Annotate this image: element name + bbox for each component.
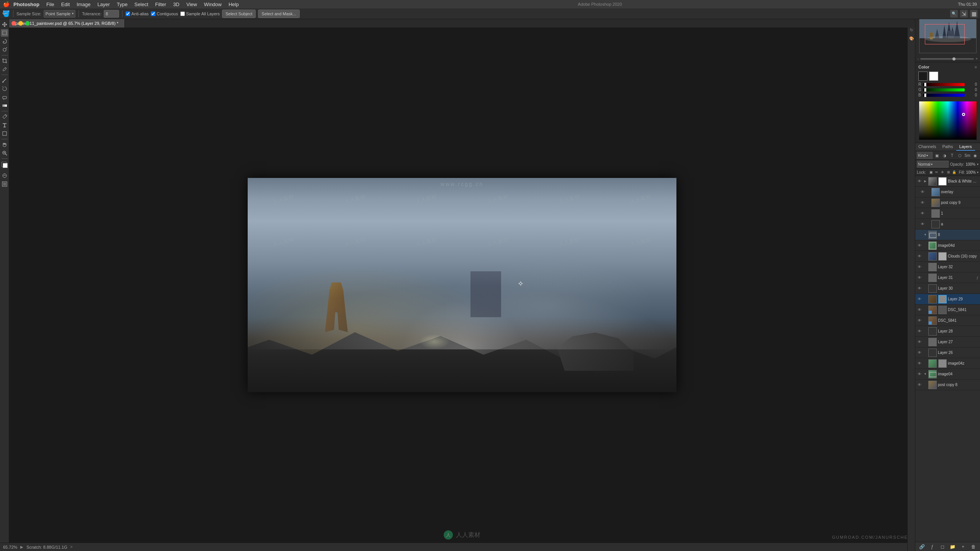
pen-tool[interactable] xyxy=(1,113,8,121)
layer-visibility-icon[interactable]: 👁 xyxy=(917,361,922,366)
eraser-tool[interactable] xyxy=(1,93,8,101)
layer-item[interactable]: 👁 ▼ image04 xyxy=(915,369,980,380)
filter-type-icon[interactable]: T xyxy=(949,152,956,159)
add-style-button[interactable]: ƒ xyxy=(929,543,936,550)
filter-shape-icon[interactable]: ⬡ xyxy=(956,152,963,159)
layer-visibility-icon[interactable]: 👁 xyxy=(917,254,922,259)
tolerance-input[interactable] xyxy=(104,10,119,18)
zoom-out-icon[interactable]: - xyxy=(918,57,919,61)
contiguous-group[interactable]: Contiguous xyxy=(151,11,178,16)
layer-item[interactable]: 👁 ▶ Black & White 1 copy 3 xyxy=(915,176,980,187)
layer-visibility-icon[interactable]: 👁 xyxy=(917,329,922,334)
type-tool[interactable] xyxy=(1,121,8,129)
opacity-value[interactable]: 100% xyxy=(965,162,975,166)
menu-type[interactable]: Type xyxy=(114,1,131,8)
filter-adjustment-icon[interactable]: ◑ xyxy=(941,152,948,159)
layer-item[interactable]: 👁 Layer 27 xyxy=(915,337,980,347)
move-tool[interactable] xyxy=(1,21,8,28)
layer-item[interactable]: 👁 post copy 9 xyxy=(915,197,980,208)
lock-paint-icon[interactable]: ✏ xyxy=(934,170,939,175)
new-group-button[interactable]: 📁 xyxy=(949,543,956,550)
layer-item[interactable]: 👁 Layer 30 xyxy=(915,283,980,294)
layer-item[interactable]: 👁 Clouds (16) copy xyxy=(915,251,980,262)
artwork-canvas[interactable]: www.rcgg.cn 人人素材 人人素材 人人素材 人人素材 人人素材 人人素… xyxy=(248,178,676,392)
layer-expand-icon[interactable]: ▶ xyxy=(923,179,927,183)
menu-view[interactable]: View xyxy=(183,1,200,8)
color-background[interactable] xyxy=(929,72,938,81)
layer-visibility-icon[interactable]: 👁 xyxy=(917,297,922,302)
layer-visibility-icon[interactable]: 👁 xyxy=(917,264,922,270)
layer-expand-icon[interactable]: ▼ xyxy=(923,372,927,376)
layer-item[interactable]: 👁 overlay xyxy=(915,187,980,197)
new-layer-button[interactable]: + xyxy=(960,543,967,550)
eyedropper-tool[interactable] xyxy=(1,65,8,73)
layer-visibility-icon[interactable]: 👁 xyxy=(917,243,922,248)
lasso-tool[interactable] xyxy=(1,37,8,45)
layer-item[interactable]: 👁 Layer 31 ƒ xyxy=(915,272,980,283)
add-mask-button[interactable]: ◻ xyxy=(939,543,946,550)
layer-visibility-icon[interactable]: 👁 xyxy=(917,275,922,280)
sync-icon[interactable]: ↻ xyxy=(908,27,915,33)
color-options-icon[interactable]: ≡ xyxy=(975,65,977,69)
color-panel-icon[interactable]: 🎨 xyxy=(908,35,915,41)
gradient-tool[interactable] xyxy=(1,102,8,109)
menu-edit[interactable]: Edit xyxy=(58,1,73,8)
fill-value[interactable]: 100% xyxy=(966,170,976,174)
r-slider[interactable] xyxy=(923,83,965,86)
layer-expand-icon[interactable]: ▼ xyxy=(923,233,927,237)
apple-menu[interactable]: 🍎 xyxy=(3,1,10,7)
blend-mode-dropdown[interactable]: Normal ▾ xyxy=(917,161,949,168)
b-slider[interactable] xyxy=(923,94,965,97)
zoom-in-icon[interactable]: + xyxy=(975,57,978,61)
layer-visibility-icon[interactable]: 👁 xyxy=(920,211,925,216)
app-name[interactable]: Photoshop xyxy=(13,2,39,7)
tool-preset-icon[interactable]: 🪣 xyxy=(2,10,10,18)
select-mask-button[interactable]: Select and Mask... xyxy=(258,10,300,18)
layer-item[interactable]: 👁 image04z xyxy=(915,358,980,369)
quick-select-tool[interactable] xyxy=(1,46,8,54)
shape-tool[interactable] xyxy=(1,130,8,137)
sample-size-dropdown[interactable]: Point Sample ▾ xyxy=(44,10,75,18)
brush-tool[interactable] xyxy=(1,77,8,84)
paths-tab[interactable]: Paths xyxy=(939,143,956,151)
menu-file[interactable]: File xyxy=(43,1,57,8)
maximize-button[interactable] xyxy=(25,21,30,26)
layer-visibility-icon[interactable]: 👁 xyxy=(920,222,925,227)
layer-item[interactable]: 👁 Layer 28 xyxy=(915,326,980,337)
canvas-container[interactable]: www.rcgg.cn 人人素材 人人素材 人人素材 人人素材 人人素材 人人素… xyxy=(9,28,915,543)
lock-move-icon[interactable]: ✛ xyxy=(940,170,945,175)
resize-icon[interactable]: ⇲ xyxy=(960,10,968,18)
menu-help[interactable]: Help xyxy=(225,1,242,8)
menu-3d[interactable]: 3D xyxy=(170,1,183,8)
filter-toggle-icon[interactable]: ◉ xyxy=(972,152,978,159)
layer-item[interactable]: 👁 Layer 32 xyxy=(915,262,980,272)
layer-visibility-icon[interactable]: 👁 xyxy=(917,382,922,388)
layer-item[interactable]: 👁 ▼ 8 xyxy=(915,230,980,240)
link-layers-button[interactable]: 🔗 xyxy=(918,543,925,550)
menu-image[interactable]: Image xyxy=(74,1,93,8)
anti-alias-group[interactable]: Anti-alias xyxy=(126,11,149,16)
layer-item[interactable]: 👁 a xyxy=(915,219,980,230)
layer-visibility-icon[interactable]: 👁 xyxy=(917,232,922,238)
menu-window[interactable]: Window xyxy=(201,1,225,8)
search-icon[interactable]: 🔍 xyxy=(950,10,958,18)
crop-tool[interactable] xyxy=(1,57,8,65)
layer-item[interactable]: 👁 Layer 26 xyxy=(915,347,980,358)
contiguous-checkbox[interactable] xyxy=(151,11,155,16)
sample-all-checkbox[interactable] xyxy=(180,11,185,16)
layers-tab[interactable]: Layers xyxy=(956,143,975,151)
layer-visibility-icon[interactable]: 👁 xyxy=(917,372,922,377)
layer-visibility-icon[interactable]: 👁 xyxy=(920,189,925,195)
close-button[interactable] xyxy=(11,21,16,26)
zoom-tool[interactable] xyxy=(1,149,8,157)
layer-visibility-icon[interactable]: 👁 xyxy=(917,307,922,313)
layer-item[interactable]: 👁 DSC_5841 xyxy=(915,305,980,315)
menu-filter[interactable]: Filter xyxy=(152,1,169,8)
select-subject-button[interactable]: Select Subject xyxy=(222,10,256,18)
lock-transparent-icon[interactable]: ▣ xyxy=(929,170,933,175)
layer-visibility-icon[interactable]: 👁 xyxy=(920,200,925,205)
filter-pixel-icon[interactable]: ▣ xyxy=(933,152,940,159)
quick-mask-button[interactable] xyxy=(1,172,8,179)
lock-artboard-icon[interactable]: ⊞ xyxy=(946,170,951,175)
menu-layer[interactable]: Layer xyxy=(94,1,113,8)
